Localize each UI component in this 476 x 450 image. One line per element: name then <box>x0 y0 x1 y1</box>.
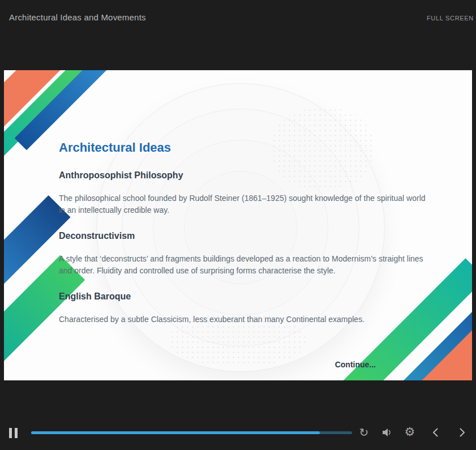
player-bar: ↻ ⚙ <box>0 380 476 450</box>
settings-button[interactable]: ⚙ <box>402 425 417 439</box>
chevron-left-icon <box>432 428 438 439</box>
volume-button[interactable] <box>380 426 394 440</box>
section-body-deconstructivism: A style that ‘deconstructs’ and fragment… <box>59 253 430 276</box>
section-heading-deconstructivism: Deconstructivism <box>59 230 430 242</box>
course-player-window: Architectural Ideas and Movements FULL S… <box>0 0 476 450</box>
header-bar: Architectural Ideas and Movements FULL S… <box>0 0 476 70</box>
slide-stage: Architectural Ideas Anthroposophist Phil… <box>4 70 472 380</box>
progress-fill <box>31 431 320 434</box>
continue-link[interactable]: Continue... <box>335 360 376 369</box>
course-title: Architectural Ideas and Movements <box>9 12 146 22</box>
volume-icon <box>382 428 392 439</box>
chevron-right-icon <box>460 428 465 439</box>
pause-button[interactable] <box>9 428 18 438</box>
slide-title: Architectural Ideas <box>59 140 430 155</box>
replay-icon: ↻ <box>359 426 369 439</box>
replay-button[interactable]: ↻ <box>357 425 371 440</box>
next-button[interactable] <box>455 426 470 440</box>
slide-content: Architectural Ideas Anthroposophist Phil… <box>59 140 430 325</box>
gear-icon: ⚙ <box>405 425 415 439</box>
section-heading-english-baroque: English Baroque <box>59 291 430 302</box>
fullscreen-button[interactable]: FULL SCREEN <box>427 15 474 22</box>
section-body-anthroposophist: The philosophical school founded by Rudo… <box>59 192 430 216</box>
prev-button[interactable] <box>428 426 443 440</box>
pause-icon <box>9 428 12 438</box>
section-heading-anthroposophist: Anthroposophist Philosophy <box>59 170 430 181</box>
progress-bar[interactable] <box>31 431 352 434</box>
section-body-english-baroque: Characterised by a subtle Classicism, le… <box>59 314 430 325</box>
